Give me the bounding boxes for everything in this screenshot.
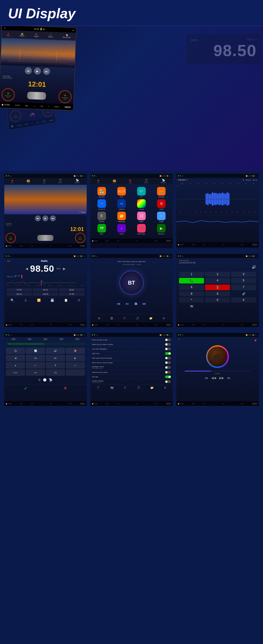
cnav-nav[interactable]: 🔺Nav xyxy=(6,32,10,36)
phone-icon[interactable]: 📱 xyxy=(97,386,100,389)
key-2[interactable]: 2 xyxy=(205,272,230,277)
sw-prev[interactable]: ◀ xyxy=(6,355,25,361)
bt-icon[interactable]: 📡 xyxy=(49,378,53,382)
cnav-music[interactable]: 🎵Music xyxy=(48,34,53,38)
app-carlink[interactable]: 🚗 Car Link 2.0 xyxy=(93,199,111,210)
cnav-bt[interactable]: 📡Bluetooth xyxy=(63,34,71,38)
settings-icon[interactable]: ⚙ xyxy=(78,299,80,302)
clock-icon[interactable]: 🕐 xyxy=(43,378,47,382)
key-5[interactable]: 5 xyxy=(231,278,256,284)
cnav-radio[interactable]: 📻Radio xyxy=(20,33,25,37)
speaker-icon[interactable]: 🔊 xyxy=(252,265,256,269)
btn-play[interactable]: ▶ xyxy=(42,215,48,221)
bt-dialpad-icon[interactable]: ⊞ xyxy=(98,317,100,320)
preset-1[interactable]: 87.50 xyxy=(6,288,32,292)
preset-6[interactable]: 87.50 xyxy=(59,292,85,296)
bt-music-icon[interactable]: 🎵 xyxy=(136,317,139,320)
preset-4[interactable]: 106.10 xyxy=(6,292,32,296)
link-btn[interactable]: 🔗 xyxy=(231,291,256,296)
app-filemanager[interactable]: 📁 FileManager xyxy=(112,212,131,222)
key-1[interactable]: 1 xyxy=(179,272,204,277)
toggle-brake[interactable] xyxy=(165,343,171,346)
loop-icon[interactable]: 🔁 xyxy=(37,299,41,302)
sw-next[interactable]: ▶ xyxy=(66,355,85,361)
sw-fwd[interactable]: ⏭ xyxy=(46,355,65,361)
end-btn[interactable]: 📵 xyxy=(205,285,230,290)
eq-default-btn[interactable]: Default xyxy=(246,179,251,181)
mc-prev[interactable]: ◀◀ xyxy=(211,376,216,380)
key-9[interactable]: 9 xyxy=(205,291,230,296)
freq-down-btn[interactable]: ◀ xyxy=(25,267,28,271)
toggle-volume[interactable] xyxy=(165,371,171,374)
eq-setup-btn[interactable]: Set up xyxy=(253,179,257,181)
app-control[interactable]: ⚙ Control xyxy=(152,199,170,210)
ani-nav[interactable]: 🔺Nav xyxy=(97,179,100,183)
toggle-press-key[interactable] xyxy=(165,338,171,341)
ni-apps[interactable]: ⊞ Apps xyxy=(43,179,46,183)
ni-radio[interactable]: 📻 Radio xyxy=(27,179,30,183)
app-carbitlink[interactable]: CB CarbitLink xyxy=(112,199,131,210)
sw-k1[interactable]: K xyxy=(26,362,45,369)
list-icon[interactable]: 📋 xyxy=(64,299,68,302)
key-4[interactable]: 4 xyxy=(205,278,230,284)
key-3[interactable]: 3 xyxy=(231,272,256,277)
settings-icon2[interactable]: ⚙ xyxy=(164,386,166,389)
gear-icon[interactable]: ⚙ xyxy=(38,378,41,382)
ani-radio[interactable]: 📻Radio xyxy=(112,179,116,183)
toggle-mute[interactable] xyxy=(165,357,171,359)
eq-all-btn[interactable]: All xyxy=(242,179,244,181)
toggle-osd[interactable] xyxy=(165,352,171,355)
bt-stop-btn[interactable]: ⏹ xyxy=(134,301,138,306)
app-appstore[interactable]: 🏪 App Store xyxy=(93,187,111,198)
sw-am[interactable]: AM xyxy=(26,369,45,376)
app-mocify[interactable]: ♪ mocify xyxy=(112,224,131,235)
key-7[interactable]: 7 xyxy=(231,285,256,290)
key-8[interactable]: 8 xyxy=(179,291,204,296)
sw-down[interactable]: ▼ xyxy=(46,362,65,369)
sw-aux[interactable]: AUX xyxy=(6,369,25,376)
heart-icon[interactable]: ♥ xyxy=(254,338,257,343)
mc-fwd[interactable]: ▶▶ xyxy=(219,376,224,380)
toggle-mirror[interactable] xyxy=(165,361,171,364)
sw-volup[interactable]: 🔊 xyxy=(46,348,65,354)
bt-clock-icon[interactable]: ⏱ xyxy=(123,317,126,320)
ni-bt[interactable]: 📡 Bluetooth xyxy=(75,179,80,183)
cancel-btn[interactable]: ✕ xyxy=(64,386,67,391)
ani-music[interactable]: 🎵Music xyxy=(144,179,148,183)
btn-prev[interactable]: ⏮ xyxy=(35,215,41,221)
bt-play-btn[interactable]: ⏯ xyxy=(125,301,129,306)
sw-reset[interactable]: 🔄 xyxy=(26,348,45,354)
h-next[interactable]: ⏭ xyxy=(43,68,50,75)
ani-apps[interactable]: ⊞Apps xyxy=(129,179,132,183)
camera-btn[interactable]: 📷 xyxy=(179,304,204,309)
app-gallery[interactable]: 🖼 Gallery xyxy=(132,212,151,222)
toggle-autonav[interactable] xyxy=(165,348,171,350)
app-musicplayer[interactable]: 🎵 Music Player xyxy=(132,224,151,235)
folder-icon[interactable]: 📁 xyxy=(150,386,154,389)
app-maps[interactable]: 🗺 Maps xyxy=(93,224,111,235)
mc-rew[interactable]: ⏮ xyxy=(205,376,208,380)
app-aux[interactable]: AUX AUX xyxy=(112,187,131,198)
bt-gallery-icon[interactable]: 🖼 xyxy=(110,317,113,320)
bt-rew-btn[interactable]: ⏮ xyxy=(117,301,120,306)
call-btn[interactable]: 📞 xyxy=(179,278,204,284)
h-play[interactable]: ▶ xyxy=(34,68,41,75)
toggle-gps[interactable] xyxy=(165,376,171,378)
check-btn[interactable]: ✓ xyxy=(24,386,27,391)
preset-5[interactable]: 108.00 xyxy=(33,292,58,296)
save-icon[interactable]: 💾 xyxy=(50,299,54,302)
sw-up[interactable]: ▲ xyxy=(6,362,25,369)
ni-nav[interactable]: 🔺 Nav xyxy=(11,179,14,183)
music-icon2[interactable]: 🎵 xyxy=(137,386,140,389)
dx-btn[interactable]: DX xyxy=(14,275,16,278)
freq-up-btn[interactable]: ▶ xyxy=(63,267,65,271)
app-equalizer[interactable]: 🎚 Equalizer xyxy=(93,212,111,222)
ani-bt[interactable]: 📡Bluetooth xyxy=(161,179,166,183)
ni-music[interactable]: 🎵 Music xyxy=(59,179,62,183)
preset-3[interactable]: 98.10 xyxy=(59,288,85,292)
key-6[interactable]: 6 xyxy=(179,285,204,290)
sw-power[interactable]: ⏻ xyxy=(6,348,25,354)
app-playstore[interactable]: ▶ Play Store xyxy=(152,224,170,235)
cnav-apps[interactable]: ⊞Apps xyxy=(34,33,38,38)
timer-icon[interactable]: ⏱ xyxy=(124,386,126,389)
